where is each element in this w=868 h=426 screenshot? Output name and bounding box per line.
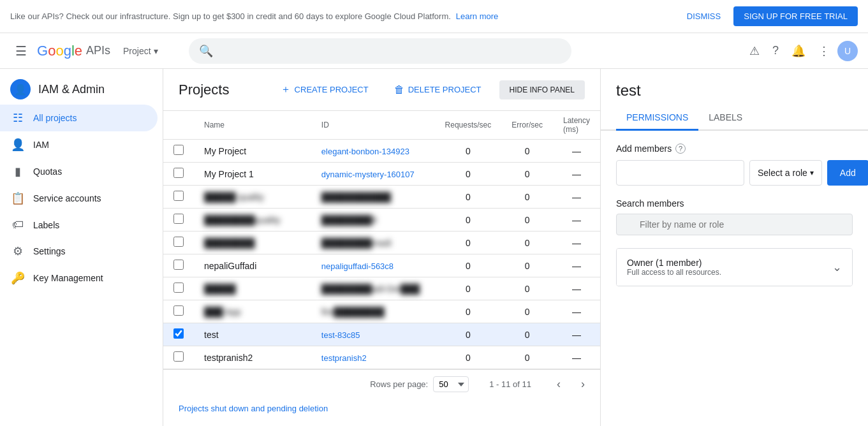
- add-button[interactable]: Add: [827, 160, 868, 186]
- hamburger-menu[interactable]: ☰: [10, 38, 32, 64]
- prev-page-button[interactable]: ‹: [552, 375, 566, 393]
- project-errors: 0: [501, 231, 553, 254]
- row-checkbox[interactable]: [173, 214, 184, 224]
- project-id: ███████████: [311, 186, 435, 209]
- owner-accordion-header[interactable]: Owner (1 member) Full access to all reso…: [617, 249, 852, 286]
- create-project-icon: ＋: [281, 83, 291, 96]
- row-checkbox[interactable]: [173, 351, 184, 362]
- project-name: test: [194, 323, 311, 346]
- project-errors: 0: [501, 300, 553, 323]
- rows-per-page-select[interactable]: 50 100 200: [433, 376, 469, 392]
- col-header-requests: Requests/sec: [435, 111, 502, 140]
- labels-icon: 🏷: [10, 218, 26, 231]
- table-row[interactable]: My Project 1 dynamic-mystery-160107 0 0 …: [163, 163, 600, 186]
- table-row[interactable]: ████████ ████████madi 0 0 —: [163, 231, 600, 254]
- hide-info-panel-button[interactable]: HIDE INFO PANEL: [499, 80, 585, 99]
- project-name: My Project: [194, 140, 311, 163]
- owner-title: Owner (1 member): [627, 258, 721, 268]
- project-id-link[interactable]: test-83c85: [321, 330, 360, 340]
- sidebar-item-settings[interactable]: ⚙ Settings: [0, 238, 158, 265]
- sidebar-product-header: 👤 IAM & Admin: [0, 69, 163, 105]
- content-area: Projects ＋ CREATE PROJECT 🗑 DELETE PROJE…: [163, 69, 600, 426]
- owner-accordion: Owner (1 member) Full access to all reso…: [616, 248, 853, 286]
- notifications-icon[interactable]: 🔔: [786, 39, 811, 63]
- table-row[interactable]: ████████quality ████████8 0 0 —: [163, 209, 600, 231]
- right-panel-title: test: [601, 69, 868, 105]
- projects-header: Projects ＋ CREATE PROJECT 🗑 DELETE PROJE…: [163, 69, 600, 111]
- row-checkbox[interactable]: [173, 168, 184, 178]
- sidebar-label-labels: Labels: [33, 220, 59, 230]
- signup-button[interactable]: SIGN UP FOR FREE TRIAL: [733, 6, 858, 26]
- row-checkbox[interactable]: [173, 237, 184, 247]
- project-requests: 0: [435, 163, 502, 186]
- table-row[interactable]: █████ quality ███████████ 0 0 —: [163, 186, 600, 209]
- project-selector[interactable]: Project ▾: [118, 43, 163, 59]
- sidebar-item-labels[interactable]: 🏷 Labels: [0, 212, 158, 238]
- project-latency: —: [553, 323, 600, 346]
- project-name: nepaliGuffadi: [194, 254, 311, 277]
- owner-subtitle: Full access to all resources.: [627, 268, 721, 277]
- right-panel: test PERMISSIONS LABELS Add members ? Se…: [600, 69, 868, 426]
- row-checkbox[interactable]: [173, 145, 184, 155]
- sidebar-item-key-management[interactable]: 🔑 Key Management: [0, 265, 158, 291]
- projects-table: Name ID Requests/sec Error/sec Latency (…: [163, 111, 600, 369]
- next-page-button[interactable]: ›: [576, 375, 590, 393]
- shutdown-link[interactable]: Projects shut down and pending deletion: [163, 399, 600, 418]
- table-row[interactable]: test test-83c85 0 0 —: [163, 323, 600, 346]
- row-checkbox[interactable]: [173, 283, 184, 293]
- banner-actions: DISMISS SIGN UP FOR FREE TRIAL: [682, 6, 858, 26]
- members-input[interactable]: [616, 160, 744, 186]
- tab-permissions[interactable]: PERMISSIONS: [616, 105, 698, 131]
- sidebar-item-quotas[interactable]: ▮ Quotas: [0, 158, 158, 185]
- table-row[interactable]: testpranish2 testpranish2 0 0 —: [163, 346, 600, 369]
- sidebar-item-iam[interactable]: 👤 IAM: [0, 131, 158, 158]
- project-requests: 0: [435, 323, 502, 346]
- alert-icon[interactable]: ⚠: [744, 39, 765, 63]
- add-members-label: Add members ?: [616, 143, 853, 154]
- right-panel-tabs: PERMISSIONS LABELS: [601, 105, 868, 131]
- service-accounts-icon: 📋: [10, 191, 26, 205]
- search-bar[interactable]: 🔍: [189, 38, 571, 64]
- sidebar-item-all-projects[interactable]: ☷ All projects: [0, 105, 158, 131]
- dismiss-button[interactable]: DISMISS: [682, 9, 726, 24]
- project-requests: 0: [435, 300, 502, 323]
- role-select-button[interactable]: Select a role ▾: [749, 160, 822, 186]
- table-row[interactable]: ███ App fire████████ 0 0 —: [163, 300, 600, 323]
- project-latency: —: [553, 140, 600, 163]
- search-input[interactable]: [218, 45, 561, 57]
- learn-more-link[interactable]: Learn more: [456, 11, 498, 21]
- user-avatar[interactable]: U: [837, 41, 858, 61]
- search-members-label: Search members: [616, 198, 853, 209]
- search-members-input[interactable]: [616, 214, 853, 235]
- help-icon[interactable]: ?: [767, 39, 784, 62]
- project-id: ████████madi: [311, 231, 435, 254]
- more-options-icon[interactable]: ⋮: [813, 39, 835, 63]
- projects-area: Projects ＋ CREATE PROJECT 🗑 DELETE PROJE…: [163, 69, 600, 426]
- create-project-button[interactable]: ＋ CREATE PROJECT: [273, 79, 376, 100]
- delete-project-button[interactable]: 🗑 DELETE PROJECT: [386, 80, 489, 99]
- project-name: ███ App: [194, 300, 311, 323]
- help-icon-add-members[interactable]: ?: [675, 143, 686, 154]
- table-row[interactable]: █████ ████████adi-Det███ 0 0 —: [163, 277, 600, 300]
- row-checkbox[interactable]: [173, 305, 184, 316]
- project-id-link[interactable]: testpranish2: [321, 353, 367, 363]
- project-latency: —: [553, 254, 600, 277]
- quotas-icon: ▮: [10, 165, 26, 179]
- project-id: fire████████: [311, 300, 435, 323]
- delete-project-icon: 🗑: [394, 84, 404, 96]
- row-checkbox[interactable]: [173, 191, 184, 201]
- project-name: My Project 1: [194, 163, 311, 186]
- row-checkbox[interactable]: [173, 260, 184, 270]
- project-id-link[interactable]: nepaliguffadi-563c8: [321, 261, 394, 271]
- sidebar-label-settings: Settings: [33, 246, 66, 256]
- table-row[interactable]: nepaliGuffadi nepaliguffadi-563c8 0 0 —: [163, 254, 600, 277]
- project-id-link[interactable]: dynamic-mystery-160107: [321, 170, 415, 179]
- project-name: ████████: [194, 231, 311, 254]
- table-row[interactable]: My Project elegant-bonbon-134923 0 0 —: [163, 140, 600, 163]
- col-header-latency: Latency (ms): [553, 111, 600, 140]
- row-checkbox[interactable]: [173, 328, 184, 339]
- header: ☰ Google APIs Project ▾ 🔍 ⚠ ? 🔔 ⋮ U: [0, 33, 868, 69]
- sidebar-item-service-accounts[interactable]: 📋 Service accounts: [0, 185, 158, 212]
- tab-labels[interactable]: LABELS: [698, 105, 753, 131]
- project-id-link[interactable]: elegant-bonbon-134923: [321, 147, 409, 156]
